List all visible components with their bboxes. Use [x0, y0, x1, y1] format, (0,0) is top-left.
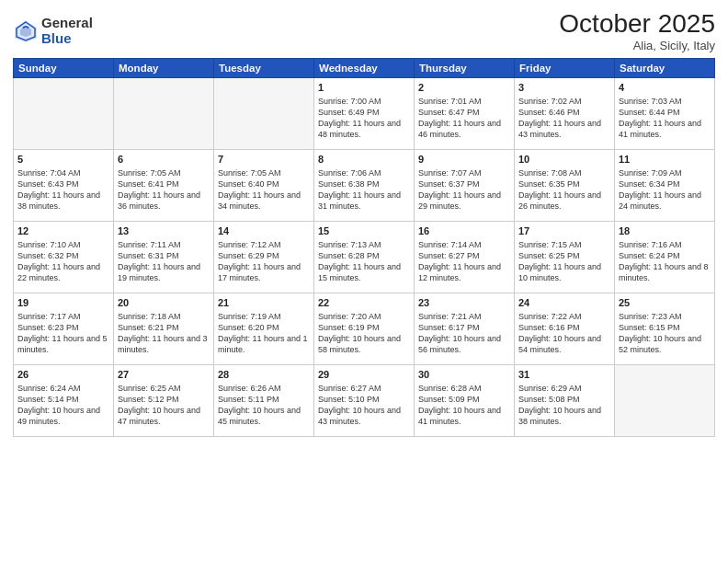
day-number: 30 — [418, 368, 510, 382]
day-info: Sunrise: 6:25 AM Sunset: 5:12 PM Dayligh… — [118, 383, 210, 428]
day-number: 12 — [17, 224, 109, 238]
logo-text: General Blue — [41, 16, 93, 46]
calendar-cell — [214, 78, 314, 150]
calendar-cell: 19Sunrise: 7:17 AM Sunset: 6:23 PM Dayli… — [14, 293, 114, 365]
calendar-cell: 1Sunrise: 7:00 AM Sunset: 6:49 PM Daylig… — [314, 78, 415, 150]
day-number: 26 — [17, 368, 109, 382]
day-number: 29 — [318, 368, 410, 382]
day-info: Sunrise: 7:08 AM Sunset: 6:35 PM Dayligh… — [518, 167, 610, 213]
day-number: 27 — [118, 368, 210, 382]
day-info: Sunrise: 7:02 AM Sunset: 6:46 PM Dayligh… — [518, 96, 610, 141]
calendar-table: Sunday Monday Tuesday Wednesday Thursday… — [13, 58, 715, 437]
day-info: Sunrise: 6:28 AM Sunset: 5:09 PM Dayligh… — [418, 383, 510, 428]
day-info: Sunrise: 6:27 AM Sunset: 5:10 PM Dayligh… — [318, 383, 410, 428]
calendar-cell: 24Sunrise: 7:22 AM Sunset: 6:16 PM Dayli… — [515, 293, 615, 365]
calendar-week-4: 26Sunrise: 6:24 AM Sunset: 5:14 PM Dayli… — [14, 365, 715, 437]
day-info: Sunrise: 7:00 AM Sunset: 6:49 PM Dayligh… — [318, 96, 410, 141]
day-number: 9 — [418, 153, 510, 167]
col-monday: Monday — [114, 59, 214, 78]
day-info: Sunrise: 7:09 AM Sunset: 6:34 PM Dayligh… — [619, 167, 711, 213]
day-info: Sunrise: 7:18 AM Sunset: 6:21 PM Dayligh… — [118, 311, 210, 356]
day-info: Sunrise: 6:29 AM Sunset: 5:08 PM Dayligh… — [518, 383, 610, 428]
calendar-cell: 31Sunrise: 6:29 AM Sunset: 5:08 PM Dayli… — [515, 365, 615, 437]
calendar-cell — [114, 78, 214, 150]
calendar-cell: 13Sunrise: 7:11 AM Sunset: 6:31 PM Dayli… — [114, 222, 214, 293]
title-block: October 2025 Alia, Sicily, Italy — [559, 9, 715, 52]
day-info: Sunrise: 7:15 AM Sunset: 6:25 PM Dayligh… — [518, 239, 610, 284]
calendar-cell: 15Sunrise: 7:13 AM Sunset: 6:28 PM Dayli… — [314, 222, 415, 293]
calendar-cell — [14, 78, 114, 150]
logo-general-label: General — [41, 16, 93, 31]
day-info: Sunrise: 6:24 AM Sunset: 5:14 PM Dayligh… — [17, 383, 109, 428]
day-number: 1 — [318, 81, 410, 95]
month-title: October 2025 — [559, 9, 715, 39]
day-info: Sunrise: 7:06 AM Sunset: 6:38 PM Dayligh… — [318, 167, 410, 213]
day-info: Sunrise: 7:12 AM Sunset: 6:29 PM Dayligh… — [218, 239, 310, 284]
day-number: 6 — [118, 153, 210, 167]
page: General Blue October 2025 Alia, Sicily, … — [0, 0, 728, 563]
calendar-week-0: 1Sunrise: 7:00 AM Sunset: 6:49 PM Daylig… — [14, 78, 715, 150]
day-number: 5 — [17, 153, 109, 167]
day-info: Sunrise: 7:19 AM Sunset: 6:20 PM Dayligh… — [218, 311, 310, 356]
day-number: 10 — [518, 153, 610, 167]
calendar-cell: 11Sunrise: 7:09 AM Sunset: 6:34 PM Dayli… — [615, 150, 715, 222]
day-number: 24 — [518, 296, 610, 310]
calendar-cell: 18Sunrise: 7:16 AM Sunset: 6:24 PM Dayli… — [615, 222, 715, 293]
calendar-cell: 5Sunrise: 7:04 AM Sunset: 6:43 PM Daylig… — [14, 150, 114, 222]
day-info: Sunrise: 7:04 AM Sunset: 6:43 PM Dayligh… — [17, 167, 109, 213]
calendar-week-2: 12Sunrise: 7:10 AM Sunset: 6:32 PM Dayli… — [14, 222, 715, 293]
calendar-cell: 22Sunrise: 7:20 AM Sunset: 6:19 PM Dayli… — [314, 293, 415, 365]
col-thursday: Thursday — [415, 59, 515, 78]
calendar-cell: 8Sunrise: 7:06 AM Sunset: 6:38 PM Daylig… — [314, 150, 415, 222]
logo: General Blue — [13, 16, 93, 46]
calendar-cell: 17Sunrise: 7:15 AM Sunset: 6:25 PM Dayli… — [515, 222, 615, 293]
calendar-cell: 16Sunrise: 7:14 AM Sunset: 6:27 PM Dayli… — [415, 222, 515, 293]
day-info: Sunrise: 7:20 AM Sunset: 6:19 PM Dayligh… — [318, 311, 410, 356]
day-number: 23 — [418, 296, 510, 310]
calendar-header: Sunday Monday Tuesday Wednesday Thursday… — [14, 59, 715, 78]
day-number: 8 — [318, 153, 410, 167]
day-info: Sunrise: 7:23 AM Sunset: 6:15 PM Dayligh… — [619, 311, 711, 356]
calendar-cell: 25Sunrise: 7:23 AM Sunset: 6:15 PM Dayli… — [615, 293, 715, 365]
day-info: Sunrise: 7:01 AM Sunset: 6:47 PM Dayligh… — [418, 96, 510, 141]
calendar-cell: 3Sunrise: 7:02 AM Sunset: 6:46 PM Daylig… — [515, 78, 615, 150]
calendar-cell: 14Sunrise: 7:12 AM Sunset: 6:29 PM Dayli… — [214, 222, 314, 293]
col-tuesday: Tuesday — [214, 59, 314, 78]
day-number: 22 — [318, 296, 410, 310]
calendar-week-1: 5Sunrise: 7:04 AM Sunset: 6:43 PM Daylig… — [14, 150, 715, 222]
calendar-cell: 28Sunrise: 6:26 AM Sunset: 5:11 PM Dayli… — [214, 365, 314, 437]
day-info: Sunrise: 7:07 AM Sunset: 6:37 PM Dayligh… — [418, 167, 510, 213]
calendar-cell: 2Sunrise: 7:01 AM Sunset: 6:47 PM Daylig… — [415, 78, 515, 150]
col-wednesday: Wednesday — [314, 59, 415, 78]
calendar-cell: 27Sunrise: 6:25 AM Sunset: 5:12 PM Dayli… — [114, 365, 214, 437]
day-info: Sunrise: 7:11 AM Sunset: 6:31 PM Dayligh… — [118, 239, 210, 284]
day-info: Sunrise: 7:14 AM Sunset: 6:27 PM Dayligh… — [418, 239, 510, 284]
col-saturday: Saturday — [615, 59, 715, 78]
day-number: 2 — [418, 81, 510, 95]
day-number: 18 — [619, 224, 711, 238]
calendar-cell: 9Sunrise: 7:07 AM Sunset: 6:37 PM Daylig… — [415, 150, 515, 222]
day-info: Sunrise: 7:10 AM Sunset: 6:32 PM Dayligh… — [17, 239, 109, 284]
day-number: 14 — [218, 224, 310, 238]
col-sunday: Sunday — [14, 59, 114, 78]
day-info: Sunrise: 7:17 AM Sunset: 6:23 PM Dayligh… — [17, 311, 109, 356]
calendar-week-3: 19Sunrise: 7:17 AM Sunset: 6:23 PM Dayli… — [14, 293, 715, 365]
day-number: 15 — [318, 224, 410, 238]
calendar-cell: 20Sunrise: 7:18 AM Sunset: 6:21 PM Dayli… — [114, 293, 214, 365]
calendar-cell: 7Sunrise: 7:05 AM Sunset: 6:40 PM Daylig… — [214, 150, 314, 222]
calendar-cell: 21Sunrise: 7:19 AM Sunset: 6:20 PM Dayli… — [214, 293, 314, 365]
day-number: 13 — [118, 224, 210, 238]
day-info: Sunrise: 6:26 AM Sunset: 5:11 PM Dayligh… — [218, 383, 310, 428]
calendar-cell: 6Sunrise: 7:05 AM Sunset: 6:41 PM Daylig… — [114, 150, 214, 222]
calendar-cell: 4Sunrise: 7:03 AM Sunset: 6:44 PM Daylig… — [615, 78, 715, 150]
day-number: 25 — [619, 296, 711, 310]
calendar-cell: 23Sunrise: 7:21 AM Sunset: 6:17 PM Dayli… — [415, 293, 515, 365]
calendar-cell: 10Sunrise: 7:08 AM Sunset: 6:35 PM Dayli… — [515, 150, 615, 222]
day-info: Sunrise: 7:03 AM Sunset: 6:44 PM Dayligh… — [619, 96, 711, 141]
day-number: 3 — [518, 81, 610, 95]
header-row: Sunday Monday Tuesday Wednesday Thursday… — [14, 59, 715, 78]
calendar-cell: 26Sunrise: 6:24 AM Sunset: 5:14 PM Dayli… — [14, 365, 114, 437]
day-number: 4 — [619, 81, 711, 95]
day-info: Sunrise: 7:05 AM Sunset: 6:40 PM Dayligh… — [218, 167, 310, 213]
calendar-cell: 12Sunrise: 7:10 AM Sunset: 6:32 PM Dayli… — [14, 222, 114, 293]
